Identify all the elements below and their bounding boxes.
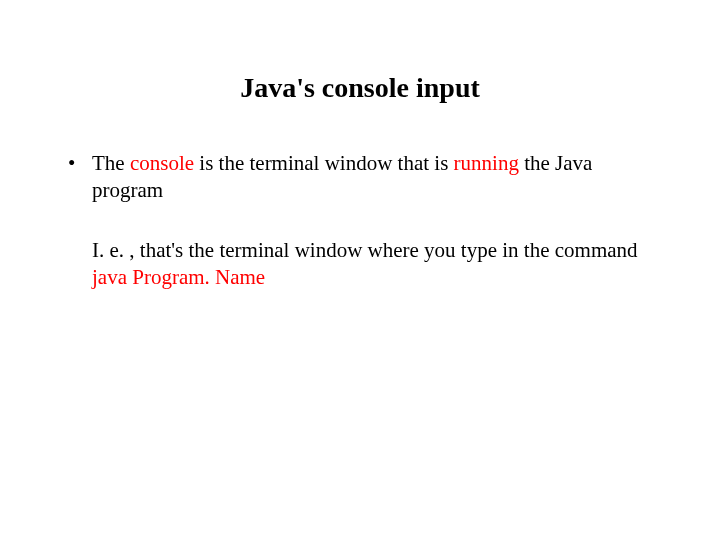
bullet-item-1: The console is the terminal window that … (64, 150, 660, 205)
sub1-command: java Program. Name (92, 265, 265, 289)
sub1-text-prefix: I. e. , that's the terminal window where… (92, 238, 638, 262)
bullet1-text-mid: is the terminal window that is (194, 151, 454, 175)
slide: Java's console input The console is the … (0, 0, 720, 540)
sub-item-1: I. e. , that's the terminal window where… (64, 237, 660, 292)
bullet1-running-word: running (454, 151, 519, 175)
slide-title: Java's console input (0, 72, 720, 104)
body-list: The console is the terminal window that … (64, 150, 660, 291)
slide-body: The console is the terminal window that … (64, 150, 660, 291)
bullet1-console-word: console (130, 151, 194, 175)
bullet1-text-prefix: The (92, 151, 130, 175)
